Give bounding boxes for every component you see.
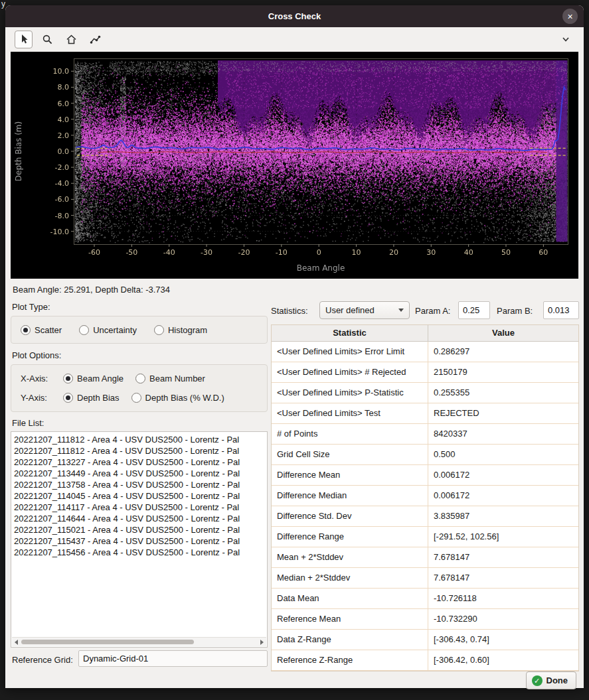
stats-table-row: Difference Range[-291.52, 102.56] bbox=[272, 527, 578, 547]
done-button[interactable]: ✓ Done bbox=[526, 671, 577, 689]
stats-table-row: Median + 2*Stddev7.678147 bbox=[272, 568, 578, 589]
cross-check-dialog: Cross Check × Beam Angle: 25.291, Depth … bbox=[5, 5, 584, 688]
scroll-right-arrow[interactable] bbox=[258, 638, 266, 646]
stat-name-cell: Reference Z-Range bbox=[272, 650, 428, 670]
stats-table-row: Reference Z-Range[-306.42, 0.60] bbox=[272, 650, 578, 671]
radio-label: Scatter bbox=[35, 325, 62, 335]
statistics-dropdown[interactable]: User defined bbox=[319, 301, 410, 319]
done-button-label: Done bbox=[547, 675, 568, 685]
stats-table-row: Difference Mean0.006172 bbox=[272, 465, 578, 486]
close-button[interactable]: × bbox=[562, 9, 578, 24]
stats-table-row: Data Z-Range[-306.43, 0.74] bbox=[272, 630, 578, 650]
stat-name-cell: Data Mean bbox=[272, 589, 428, 608]
window-title: Cross Check bbox=[268, 11, 321, 21]
stat-value-cell: -10.726118 bbox=[428, 589, 578, 608]
stats-table-row: # of Points8420337 bbox=[272, 424, 578, 445]
file-list-item[interactable]: 20221207_115437 - Area 4 - USV DUS2500 -… bbox=[14, 535, 266, 547]
radio-button-icon bbox=[63, 374, 73, 384]
stat-value-cell: 2150179 bbox=[428, 362, 578, 382]
home-button[interactable] bbox=[62, 31, 80, 48]
file-list-item[interactable]: 20221207_111812 - Area 4 - USV DUS2500 -… bbox=[14, 445, 266, 456]
reference-grid-input[interactable] bbox=[78, 650, 268, 667]
plot-options-group: X-Axis: Beam Angle Beam Number Y-Axis: D… bbox=[11, 364, 268, 412]
x-axis-label: X-Axis: bbox=[21, 374, 51, 384]
dropdown-selected-value: User defined bbox=[325, 305, 375, 315]
stat-name-cell: Difference Mean bbox=[272, 465, 428, 485]
radio-button-icon bbox=[135, 374, 145, 384]
plot-type-group: Scatter Uncertainty Histogram bbox=[11, 316, 268, 344]
radio-scatter[interactable]: Scatter bbox=[21, 325, 62, 335]
file-list-item[interactable]: 20221207_114045 - Area 4 - USV DUS2500 -… bbox=[14, 490, 266, 502]
stats-table-row: Difference Std. Dev3.835987 bbox=[272, 506, 578, 527]
stat-name-cell: <User Defined Limits> # Rejected bbox=[272, 362, 428, 382]
radio-depth-bias-pct[interactable]: Depth Bias (% W.D.) bbox=[131, 393, 224, 403]
file-list-item[interactable]: 20221207_111812 - Area 4 - USV DUS2500 -… bbox=[14, 434, 266, 445]
plot-type-label: Plot Type: bbox=[12, 302, 50, 312]
radio-uncertainty[interactable]: Uncertainty bbox=[79, 325, 137, 335]
radio-label: Depth Bias bbox=[77, 393, 120, 403]
radio-label: Uncertainty bbox=[93, 325, 137, 335]
stats-table-row: Mean + 2*Stddev7.678147 bbox=[272, 547, 578, 568]
stat-name-cell: Difference Median bbox=[272, 486, 428, 506]
file-list-item[interactable]: 20221207_114117 - Area 4 - USV DUS2500 -… bbox=[14, 502, 266, 513]
statistic-column-header: Statistic bbox=[272, 325, 428, 341]
stats-table-row: Grid Cell Size0.500 bbox=[272, 445, 578, 465]
magnifier-icon bbox=[42, 34, 53, 45]
stat-value-cell: [-306.42, 0.60] bbox=[428, 650, 578, 670]
stat-name-cell: Difference Std. Dev bbox=[272, 506, 428, 526]
radio-beam-number[interactable]: Beam Number bbox=[135, 374, 205, 384]
radio-button-icon bbox=[79, 325, 89, 335]
home-icon bbox=[66, 34, 77, 45]
file-list[interactable]: 20221207_111812 - Area 4 - USV DUS2500 -… bbox=[11, 431, 268, 648]
radio-label: Depth Bias (% W.D.) bbox=[145, 393, 224, 403]
file-list-item[interactable]: 20221207_115021 - Area 4 - USV DUS2500 -… bbox=[14, 524, 266, 535]
file-list-label: File List: bbox=[12, 418, 44, 428]
stat-name-cell: <User Defined Limits> Test bbox=[272, 403, 428, 423]
plot-config-icon bbox=[90, 34, 101, 45]
dropdown-arrow-icon bbox=[398, 309, 404, 312]
collapse-chevron-button[interactable] bbox=[556, 31, 574, 48]
plot-config-button[interactable] bbox=[86, 31, 104, 48]
cursor-icon bbox=[19, 34, 29, 44]
file-list-item[interactable]: 20221207_114644 - Area 4 - USV DUS2500 -… bbox=[14, 513, 266, 524]
stat-name-cell: Mean + 2*Stddev bbox=[272, 547, 428, 567]
y-axis-row: Y-Axis: Depth Bias Depth Bias (% W.D.) bbox=[21, 393, 267, 403]
stat-name-cell: # of Points bbox=[272, 424, 428, 444]
file-list-item[interactable]: 20221207_113758 - Area 4 - USV DUS2500 -… bbox=[14, 479, 266, 490]
radio-button-icon bbox=[21, 325, 31, 335]
titlebar[interactable]: Cross Check × bbox=[5, 5, 584, 27]
file-list-item[interactable]: 20221207_115456 - Area 4 - USV DUS2500 -… bbox=[14, 547, 266, 558]
param-a-label: Param A: bbox=[415, 306, 450, 316]
horizontal-scrollbar[interactable] bbox=[12, 637, 266, 646]
param-b-input[interactable] bbox=[543, 301, 579, 319]
param-a-input[interactable] bbox=[458, 301, 490, 319]
radio-label: Histogram bbox=[168, 325, 207, 335]
select-tool-button[interactable] bbox=[15, 31, 33, 48]
file-list-item[interactable]: 20221207_113227 - Area 4 - USV DUS2500 -… bbox=[14, 456, 266, 468]
stat-value-cell: 0.500 bbox=[428, 445, 578, 464]
stats-table-row: Reference Mean-10.732290 bbox=[272, 609, 578, 630]
crosscheck-scatter-plot[interactable] bbox=[11, 52, 578, 279]
stat-value-cell: 7.678147 bbox=[428, 547, 578, 567]
file-list-item[interactable]: 20221207_113449 - Area 4 - USV DUS2500 -… bbox=[14, 468, 266, 479]
scrollbar-thumb[interactable] bbox=[21, 640, 194, 644]
radio-depth-bias[interactable]: Depth Bias bbox=[63, 393, 120, 403]
radio-label: Beam Number bbox=[149, 374, 205, 384]
background-window-text: y bbox=[1, 0, 5, 9]
statistics-label: Statistics: bbox=[271, 306, 308, 316]
stat-value-cell: -10.732290 bbox=[428, 609, 578, 629]
cursor-readout: Beam Angle: 25.291, Depth Delta: -3.734 bbox=[13, 285, 170, 295]
statistics-table-body: <User Defined Limits> Error Limit0.28629… bbox=[272, 342, 578, 671]
radio-histogram[interactable]: Histogram bbox=[154, 325, 207, 335]
y-axis-label: Y-Axis: bbox=[21, 393, 51, 403]
scroll-left-arrow[interactable] bbox=[12, 638, 21, 646]
zoom-tool-button[interactable] bbox=[39, 31, 56, 48]
stat-name-cell: Grid Cell Size bbox=[272, 445, 428, 464]
stat-value-cell: REJECTED bbox=[428, 403, 578, 423]
radio-beam-angle[interactable]: Beam Angle bbox=[63, 374, 124, 384]
x-axis-row: X-Axis: Beam Angle Beam Number bbox=[21, 374, 267, 384]
stats-table-row: <User Defined Limits> Error Limit0.28629… bbox=[272, 342, 578, 362]
desktop-background: y Cross Check × Beam Angle: 25.291, bbox=[0, 0, 589, 700]
stat-value-cell: 0.006172 bbox=[428, 486, 578, 506]
statistics-table: Statistic Value <User Defined Limits> Er… bbox=[271, 324, 579, 671]
